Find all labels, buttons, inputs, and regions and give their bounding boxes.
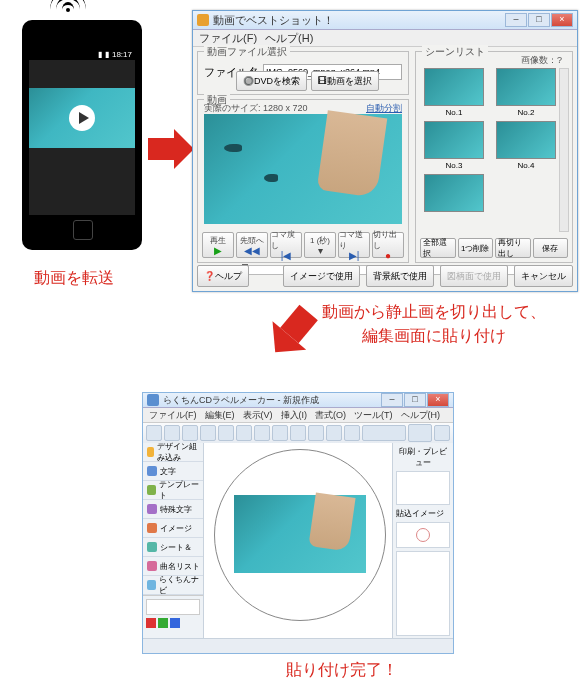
right-header: 印刷・プレビュー <box>396 446 450 468</box>
help-button[interactable]: ❓ ヘルプ <box>197 265 249 287</box>
editor-menubar: ファイル(F) 編集(E) 表示(V) 挿入(I) 書式(O) ツール(T) ヘ… <box>143 408 453 423</box>
scene-thumb[interactable]: No.3 <box>422 121 486 170</box>
tool-icon[interactable] <box>434 425 450 441</box>
tool-icon[interactable] <box>182 425 198 441</box>
file-select-label: 動画ファイル選択 <box>204 45 290 59</box>
battery-icon: ▮ <box>105 50 109 59</box>
app-icon <box>197 14 209 26</box>
smartphone: ▮ ▮ 18:17 <box>22 20 142 250</box>
tool-icon[interactable] <box>164 425 180 441</box>
editor-statusbar <box>143 638 453 653</box>
menu-item[interactable]: 表示(V) <box>243 409 273 422</box>
titlebar: 動画でベストショット！ – □ × <box>193 11 577 30</box>
tool-icon[interactable] <box>218 425 234 441</box>
signal-icon: ▮ <box>98 50 102 59</box>
use-as-image-button[interactable]: イメージで使用 <box>283 265 360 287</box>
video-capture-window: 動画でベストショット！ – □ × ファイル(F) ヘルプ(H) 動画ファイル選… <box>192 10 578 292</box>
left-tab[interactable]: らくちんナビ <box>143 576 203 595</box>
dvd-search-button[interactable]: 🔘 DVDを検索 <box>236 71 307 91</box>
editor-title: らくちんCDラベルメーカー - 新規作成 <box>163 394 319 407</box>
menu-help[interactable]: ヘルプ(H) <box>265 31 313 46</box>
menu-item[interactable]: ヘルプ(H) <box>401 409 441 422</box>
frame-fwd-button[interactable]: コマ送り▶| <box>338 232 370 258</box>
pasted-image[interactable] <box>234 495 366 573</box>
menu-item[interactable]: ツール(T) <box>354 409 393 422</box>
select-video-button[interactable]: 🎞 動画を選択 <box>311 71 379 91</box>
scene-thumb[interactable]: No.1 <box>422 68 486 117</box>
tool-icon[interactable] <box>344 425 360 441</box>
editor-canvas[interactable] <box>204 443 392 639</box>
save-button[interactable]: 保存 <box>533 238 569 258</box>
print-icon[interactable] <box>408 424 432 442</box>
caption-done: 貼り付け完了！ <box>286 660 398 681</box>
phone-video-thumbnail[interactable] <box>29 88 135 148</box>
scrollbar[interactable] <box>559 68 569 232</box>
use-as-bg-button[interactable]: 背景紙で使用 <box>366 265 434 287</box>
play-icon[interactable] <box>69 105 95 131</box>
close-button[interactable]: × <box>427 393 449 407</box>
step-select[interactable]: 1 (秒)▾ <box>304 232 336 258</box>
caption-cutout: 動画から静止画を切り出して、編集画面に貼り付け <box>322 300 546 348</box>
close-button[interactable]: × <box>551 13 573 27</box>
scene-thumb[interactable]: No.4 <box>494 121 558 170</box>
tool-icon[interactable] <box>200 425 216 441</box>
delete-one-button[interactable]: 1つ削除 <box>458 238 494 258</box>
preview-box <box>396 471 450 505</box>
rewind-button[interactable]: 先頭へ◀◀ <box>236 232 268 258</box>
caption-transfer: 動画を転送 <box>34 268 114 289</box>
home-button[interactable] <box>73 220 93 240</box>
tool-icon[interactable] <box>272 425 288 441</box>
maximize-button[interactable]: □ <box>528 13 550 27</box>
scene-list-label: シーンリスト <box>422 45 488 59</box>
tool-icon[interactable] <box>236 425 252 441</box>
cancel-button[interactable]: キャンセル <box>514 265 573 287</box>
minimize-button[interactable]: – <box>381 393 403 407</box>
play-button[interactable]: 再生▶ <box>202 232 234 258</box>
tool-icon[interactable] <box>146 425 162 441</box>
tool-icon[interactable] <box>308 425 324 441</box>
menu-item[interactable]: 編集(E) <box>205 409 235 422</box>
window-title: 動画でベストショット！ <box>213 13 334 28</box>
left-tab[interactable]: シート＆ <box>143 538 203 557</box>
left-tab[interactable]: 特殊文字 <box>143 500 203 519</box>
video-preview <box>204 114 402 224</box>
label-editor-window: らくちんCDラベルメーカー - 新規作成 – □ × ファイル(F) 編集(E)… <box>142 392 454 654</box>
app-icon <box>147 394 159 406</box>
image-panel <box>396 522 450 548</box>
scene-list-group: シーンリスト 画像数：? No.1 No.2 No.3 No.4 全部選択 1つ… <box>415 51 573 263</box>
scene-count: 画像数：? <box>521 54 562 67</box>
use-as-collage-button: 図柄面で使用 <box>440 265 508 287</box>
menu-item[interactable]: ファイル(F) <box>149 409 197 422</box>
property-panel <box>396 551 450 636</box>
arrow-down-left-icon <box>280 305 318 343</box>
scene-thumb[interactable]: No.2 <box>494 68 558 117</box>
tool-icon[interactable] <box>290 425 306 441</box>
tool-icon[interactable] <box>326 425 342 441</box>
menu-file[interactable]: ファイル(F) <box>199 31 257 46</box>
img-panel-label: 貼込イメージ <box>396 508 450 519</box>
video-group: 動画 実際のサイズ: 1280 x 720 自動分割 再生▶ 先頭へ◀◀ コマ戻… <box>197 99 409 263</box>
tool-icon[interactable] <box>254 425 270 441</box>
frame-back-button[interactable]: コマ戻し|◀ <box>270 232 302 258</box>
menu-item[interactable]: 書式(O) <box>315 409 346 422</box>
minimize-button[interactable]: – <box>505 13 527 27</box>
status-time: 18:17 <box>112 50 132 59</box>
maximize-button[interactable]: □ <box>404 393 426 407</box>
recut-button[interactable]: 再切り出し <box>495 238 531 258</box>
arrow-right-icon <box>148 138 174 160</box>
file-select-group: 動画ファイル選択 ファイル名 🔘 DVDを検索 🎞 動画を選択 <box>197 51 409 95</box>
left-tab[interactable]: デザイン組み込み <box>143 443 203 462</box>
left-tab[interactable]: テンプレート <box>143 481 203 500</box>
editor-left-panel: デザイン組み込み 文字 テンプレート 特殊文字 イメージ シート＆ 曲名リスト … <box>143 443 204 639</box>
select-all-button[interactable]: 全部選択 <box>420 238 456 258</box>
editor-right-panel: 印刷・プレビュー 貼込イメージ <box>392 443 453 639</box>
phone-statusbar: ▮ ▮ 18:17 <box>29 48 135 60</box>
scene-thumb[interactable] <box>422 174 486 212</box>
editor-titlebar: らくちんCDラベルメーカー - 新規作成 – □ × <box>143 393 453 408</box>
menu-item[interactable]: 挿入(I) <box>281 409 308 422</box>
cut-button[interactable]: 切り出し● <box>372 232 404 258</box>
left-tab[interactable]: イメージ <box>143 519 203 538</box>
